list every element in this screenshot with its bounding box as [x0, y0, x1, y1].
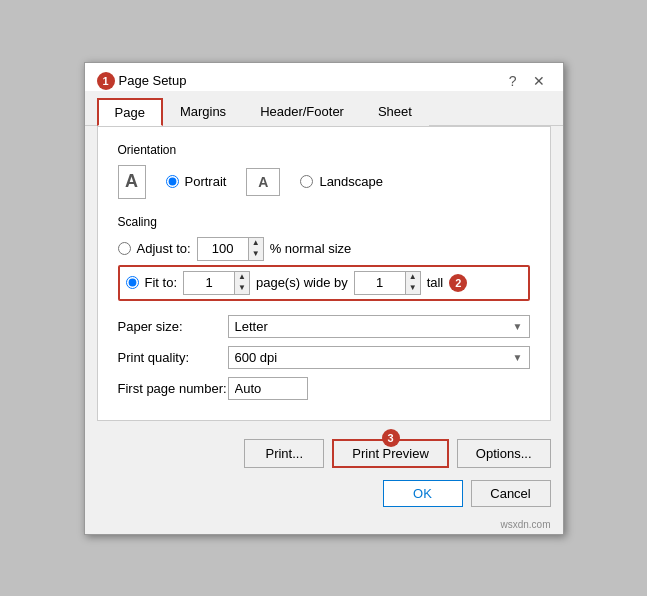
title-bar: 1 Page Setup ? ✕ [85, 63, 563, 91]
tab-sheet[interactable]: Sheet [361, 98, 429, 126]
adjust-down-btn[interactable]: ▼ [249, 249, 263, 260]
print-quality-label: Print quality: [118, 350, 228, 365]
landscape-label: Landscape [319, 174, 383, 189]
tab-content: Orientation A Portrait A Landscape Scali… [97, 126, 551, 421]
first-page-label: First page number: [118, 381, 228, 396]
print-quality-value: 600 dpi [235, 350, 513, 365]
fit-wide-input[interactable] [184, 272, 234, 294]
fit-wide-up-btn[interactable]: ▲ [235, 272, 249, 283]
adjust-up-btn[interactable]: ▲ [249, 238, 263, 249]
adjust-spin[interactable]: ▲ ▼ [197, 237, 264, 261]
landscape-option[interactable]: Landscape [300, 174, 383, 189]
tab-page[interactable]: Page [97, 98, 163, 126]
portrait-option[interactable]: Portrait [166, 174, 227, 189]
tab-header-footer[interactable]: Header/Footer [243, 98, 361, 126]
badge-1: 1 [97, 72, 115, 90]
fit-tall-spin-buttons: ▲ ▼ [405, 272, 420, 294]
page-setup-dialog: 1 Page Setup ? ✕ Page Margins Header/Foo… [84, 62, 564, 535]
fit-tall-down-btn[interactable]: ▼ [406, 283, 420, 294]
cancel-button[interactable]: Cancel [471, 480, 551, 507]
first-page-row: First page number: [118, 377, 530, 400]
landscape-radio[interactable] [300, 175, 313, 188]
dialog-title: Page Setup [119, 73, 187, 88]
fit-row: Fit to: ▲ ▼ page(s) wide by ▲ ▼ ta [118, 265, 530, 301]
fit-wide-down-btn[interactable]: ▼ [235, 283, 249, 294]
footer-row1: Print... 3 Print Preview Options... [85, 433, 563, 480]
close-button[interactable]: ✕ [527, 71, 551, 91]
fit-tall-up-btn[interactable]: ▲ [406, 272, 420, 283]
paper-size-arrow-icon: ▼ [513, 321, 523, 332]
badge-2: 2 [449, 274, 467, 292]
portrait-label: Portrait [185, 174, 227, 189]
badge-3: 3 [382, 429, 400, 447]
fit-wide-unit: page(s) wide by [256, 275, 348, 290]
help-button[interactable]: ? [503, 71, 523, 91]
watermark: wsxdn.com [85, 519, 563, 534]
ok-button[interactable]: OK [383, 480, 463, 507]
paper-size-row: Paper size: Letter ▼ [118, 315, 530, 338]
scaling-section: Scaling Adjust to: ▲ ▼ % normal size Fit… [118, 215, 530, 301]
fit-tall-spin[interactable]: ▲ ▼ [354, 271, 421, 295]
options-button[interactable]: Options... [457, 439, 551, 468]
fit-label: Fit to: [145, 275, 178, 290]
footer-row2: OK Cancel [85, 480, 563, 519]
adjust-spin-buttons: ▲ ▼ [248, 238, 263, 260]
tab-margins[interactable]: Margins [163, 98, 243, 126]
title-bar-left: 1 Page Setup [97, 72, 187, 90]
orientation-section: Orientation A Portrait A Landscape [118, 143, 530, 199]
title-bar-right: ? ✕ [503, 71, 551, 91]
tab-bar: Page Margins Header/Footer Sheet [85, 91, 563, 126]
print-quality-row: Print quality: 600 dpi ▼ [118, 346, 530, 369]
print-button[interactable]: Print... [244, 439, 324, 468]
orientation-label: Orientation [118, 143, 530, 157]
adjust-row: Adjust to: ▲ ▼ % normal size [118, 237, 530, 261]
paper-size-label: Paper size: [118, 319, 228, 334]
fit-wide-spin-buttons: ▲ ▼ [234, 272, 249, 294]
print-quality-select[interactable]: 600 dpi ▼ [228, 346, 530, 369]
landscape-icon: A [246, 168, 280, 196]
adjust-unit: % normal size [270, 241, 352, 256]
scaling-label: Scaling [118, 215, 530, 229]
fit-wide-spin[interactable]: ▲ ▼ [183, 271, 250, 295]
print-quality-arrow-icon: ▼ [513, 352, 523, 363]
fit-tall-unit: tall [427, 275, 444, 290]
orientation-row: A Portrait A Landscape [118, 165, 530, 199]
fit-radio[interactable] [126, 276, 139, 289]
adjust-label: Adjust to: [137, 241, 191, 256]
paper-size-value: Letter [235, 319, 513, 334]
adjust-radio[interactable] [118, 242, 131, 255]
portrait-icon: A [118, 165, 146, 199]
portrait-radio[interactable] [166, 175, 179, 188]
paper-size-select[interactable]: Letter ▼ [228, 315, 530, 338]
first-page-input[interactable] [228, 377, 308, 400]
fit-tall-input[interactable] [355, 272, 405, 294]
adjust-value-input[interactable] [198, 238, 248, 260]
